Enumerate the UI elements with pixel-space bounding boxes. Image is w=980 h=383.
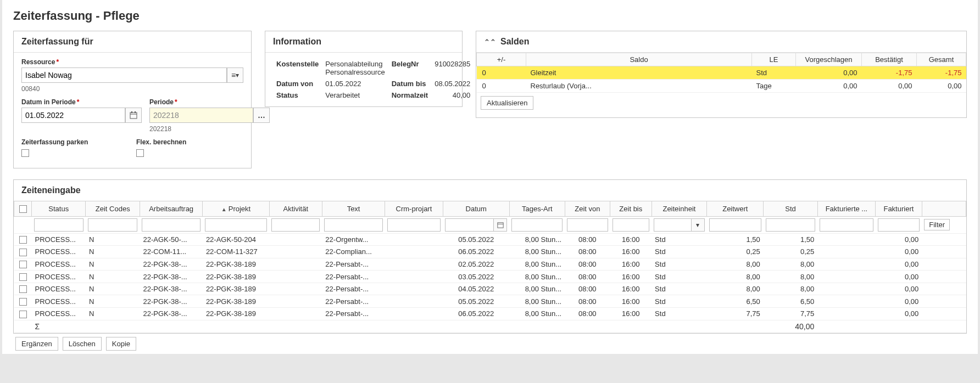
- table-row[interactable]: PROCESS...N22-PGK-38-...22-PGK-38-18922-…: [14, 283, 966, 295]
- grid-col-header[interactable]: Zeit von: [565, 201, 610, 216]
- collapse-icon[interactable]: ⌃⌃: [484, 38, 496, 46]
- salden-row[interactable]: 0Resturlaub (Vorja...Tage0,000,000,00: [477, 80, 966, 93]
- grid-col-header[interactable]: Text: [322, 201, 385, 216]
- parken-checkbox[interactable]: [21, 149, 29, 157]
- ergaenzen-button[interactable]: Ergänzen: [15, 337, 58, 351]
- grid-col-header[interactable]: Tages-Art: [509, 201, 565, 216]
- grid-col-header[interactable]: Zeit Codes: [86, 201, 140, 216]
- table-row[interactable]: PROCESS...N22-PGK-38-...22-PGK-38-18922-…: [14, 271, 966, 283]
- salden-col-vorg[interactable]: Vorgeschlagen: [796, 53, 862, 66]
- salden-table: +/- Saldo LE Vorgeschlagen Bestätigt Ges…: [476, 53, 966, 93]
- table-row[interactable]: PROCESS...N22-AGK-50-...22-AGK-50-20422-…: [14, 233, 966, 246]
- row-checkbox[interactable]: [19, 249, 27, 256]
- loeschen-button[interactable]: Löschen: [63, 337, 102, 351]
- calendar-icon[interactable]: [494, 218, 507, 232]
- grid-col-header[interactable]: Crm-projart: [385, 201, 443, 216]
- grid-col-header[interactable]: Zeitwert: [707, 201, 764, 216]
- ressource-input[interactable]: [21, 67, 227, 83]
- grid-filter-input[interactable]: [878, 218, 920, 232]
- datumvon-label: Datum von: [273, 78, 322, 89]
- salden-col-saldo[interactable]: Saldo: [526, 53, 752, 66]
- grid-col-header[interactable]: Zeiteinheit: [652, 201, 707, 216]
- panel-head-ze: Zeiteneingabe: [14, 180, 966, 201]
- salden-col-ges[interactable]: Gesamt: [917, 53, 966, 66]
- filter-button[interactable]: Filter: [924, 219, 950, 230]
- grid-filter-input[interactable]: [511, 218, 563, 232]
- salden-row[interactable]: 0GleitzeitStd0,00-1,75-1,75: [477, 66, 966, 80]
- grid-col-header[interactable]: Fakturierte ...: [817, 201, 875, 216]
- sum-label: Σ: [32, 320, 86, 333]
- periode-input[interactable]: [149, 108, 253, 123]
- row-checkbox[interactable]: [19, 261, 27, 268]
- datum-input[interactable]: [21, 108, 125, 123]
- grid-filter-input[interactable]: [709, 218, 761, 232]
- grid-checkall[interactable]: [19, 205, 27, 213]
- ressource-label: Ressource*: [21, 58, 243, 66]
- periode-sub: 202218: [149, 125, 270, 133]
- row-checkbox[interactable]: [19, 298, 27, 306]
- grid-filter-input[interactable]: [205, 218, 267, 232]
- datumvon-value: 01.05.2022: [322, 78, 388, 89]
- grid-filter-input[interactable]: [271, 218, 320, 232]
- periode-label: Periode*: [149, 98, 270, 106]
- salden-col-pm[interactable]: +/-: [477, 53, 526, 66]
- grid-col-header[interactable]: Aktivität: [269, 201, 322, 216]
- panel-head-salden: ⌃⌃ Salden: [476, 31, 966, 53]
- table-row[interactable]: PROCESS...N22-PGK-38-...22-PGK-38-18922-…: [14, 295, 966, 308]
- normalzeit-label: Normalzeit: [388, 89, 431, 101]
- salden-col-le[interactable]: LE: [752, 53, 796, 66]
- grid-filter-input[interactable]: [654, 218, 692, 232]
- grid-filter-input[interactable]: [387, 218, 441, 232]
- aktualisieren-button[interactable]: Aktualisieren: [481, 96, 533, 110]
- grid-filter-input[interactable]: [820, 218, 873, 232]
- svg-rect-2: [131, 111, 132, 113]
- grid-filter-input[interactable]: [567, 218, 608, 232]
- row-checkbox[interactable]: [19, 236, 27, 244]
- row-checkbox[interactable]: [19, 273, 27, 281]
- kostenstelle-value: Personalabteilung Personalressource: [322, 58, 388, 78]
- status-value: Verarbeitet: [322, 89, 388, 101]
- flex-checkbox[interactable]: [136, 149, 144, 157]
- svg-rect-3: [135, 111, 136, 113]
- panel-head-info: Information: [265, 31, 462, 53]
- ellipsis-icon[interactable]: …: [253, 108, 270, 123]
- sum-std: 40,00: [764, 320, 817, 333]
- table-row[interactable]: PROCESS...N22-COM-11...22-COM-11-32722-C…: [14, 246, 966, 258]
- grid-filter-input[interactable]: [324, 218, 382, 232]
- calendar-icon[interactable]: [125, 108, 142, 123]
- table-row[interactable]: PROCESS...N22-PGK-38-...22-PGK-38-18922-…: [14, 307, 966, 320]
- grid-filter-input[interactable]: [34, 218, 83, 232]
- grid-table: StatusZeit CodesArbeitsauftrag▲ProjektAk…: [14, 201, 966, 333]
- grid-filter-input[interactable]: [445, 218, 494, 232]
- normalzeit-value: 40,00: [431, 89, 474, 101]
- grid-col-header[interactable]: Status: [32, 201, 86, 216]
- grid-filter-input[interactable]: [88, 218, 137, 232]
- ressource-lookup-icon[interactable]: ≡▾: [227, 67, 243, 83]
- salden-col-best[interactable]: Bestätigt: [862, 53, 917, 66]
- parken-label: Zeiterfassung parken: [21, 138, 129, 146]
- panel-information: Information Kostenstelle Personalabteilu…: [265, 31, 463, 107]
- row-checkbox[interactable]: [19, 285, 27, 293]
- datumbis-value: 08.05.2022: [431, 78, 474, 89]
- dropdown-icon[interactable]: ▾: [692, 218, 705, 232]
- grid-col-header[interactable]: Std: [764, 201, 817, 216]
- grid-col-header[interactable]: Fakturiert: [876, 201, 922, 216]
- row-checkbox[interactable]: [19, 311, 27, 318]
- grid-filter-input[interactable]: [766, 218, 815, 232]
- panel-head-for: Zeiterfassung für: [14, 31, 251, 53]
- belegnr-value: 910028285: [431, 58, 474, 78]
- panel-zeiteneingabe: Zeiteneingabe StatusZeit CodesArbeitsauf…: [13, 179, 967, 334]
- grid-col-header[interactable]: Arbeitsauftrag: [140, 201, 202, 216]
- grid-col-header[interactable]: ▲Projekt: [203, 201, 269, 216]
- table-row[interactable]: PROCESS...N22-PGK-38-...22-PGK-38-18922-…: [14, 258, 966, 271]
- svg-rect-0: [130, 112, 137, 119]
- grid-col-header[interactable]: Zeit bis: [610, 201, 652, 216]
- kopie-button[interactable]: Kopie: [106, 337, 136, 351]
- panel-salden: ⌃⌃ Salden +/- Saldo LE Vorgeschlagen Bes…: [476, 31, 967, 118]
- grid-filter-input[interactable]: [142, 218, 200, 232]
- status-label: Status: [273, 89, 322, 101]
- grid-filter-input[interactable]: [612, 218, 650, 232]
- belegnr-label: BelegNr: [388, 58, 431, 78]
- grid-col-header[interactable]: Datum: [443, 201, 509, 216]
- panel-zeiterfassung-fuer: Zeiterfassung für Ressource* ≡▾ 00840 Da…: [13, 31, 252, 168]
